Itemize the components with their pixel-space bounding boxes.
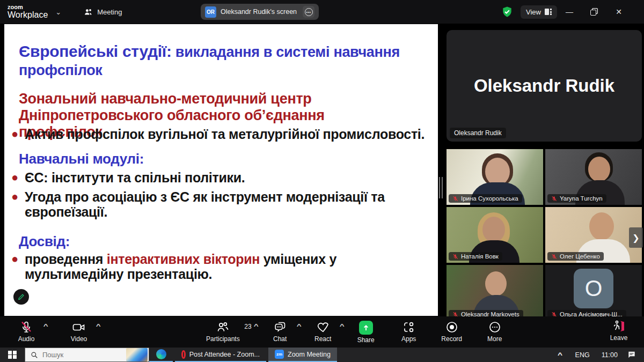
- video-label: Video: [71, 335, 87, 343]
- apps-button[interactable]: Apps: [397, 316, 421, 344]
- zoom-app-icon: zm: [275, 350, 284, 359]
- react-options-caret[interactable]: ^: [340, 323, 345, 329]
- participants-button[interactable]: 23 Participants ^: [206, 316, 250, 344]
- language-indicator[interactable]: ENG: [569, 351, 596, 359]
- next-page-button[interactable]: ❯: [629, 227, 643, 248]
- panel-resize-handle[interactable]: [439, 177, 443, 198]
- apps-label: Apps: [401, 335, 416, 343]
- chevron-down-icon: ⌄: [55, 8, 61, 16]
- share-button[interactable]: Share: [354, 316, 378, 344]
- tray-chevron-up-icon[interactable]: ^: [547, 351, 572, 359]
- search-input[interactable]: [42, 351, 112, 359]
- chat-options-caret[interactable]: ^: [297, 323, 302, 329]
- muted-mic-icon: [452, 254, 458, 260]
- chat-button[interactable]: Chat ^: [268, 316, 292, 344]
- participant-tile[interactable]: Yaryna Turchyn: [545, 149, 642, 205]
- participants-label: Participants: [206, 335, 240, 343]
- apps-icon: [402, 321, 415, 334]
- leave-label: Leave: [610, 334, 628, 342]
- participant-video: [482, 217, 505, 242]
- participant-video: [589, 212, 614, 240]
- windows-taskbar: Post Attendee - Zoom... zm Zoom Meeting …: [0, 348, 644, 362]
- tab-meeting-label: Meeting: [97, 8, 122, 16]
- speaker-display-name: Oleksandr Rudik: [447, 30, 642, 142]
- video-grid: Ірина Сухорольська Yaryna Turchyn Наталі…: [447, 149, 642, 316]
- slide-heading-experience: Досвід:: [19, 233, 70, 250]
- maximize-icon: [590, 10, 596, 16]
- brand-zoom: zoom: [8, 4, 48, 10]
- leave-button[interactable]: Leave: [606, 315, 631, 342]
- more-button[interactable]: More: [482, 316, 507, 344]
- audio-options-caret[interactable]: ^: [43, 323, 48, 329]
- taskbar-edge-button[interactable]: [149, 348, 173, 362]
- heart-icon: [317, 321, 330, 334]
- taskbar-window-opera[interactable]: Post Attendee - Zoom...: [175, 348, 266, 362]
- participant-name-tag: Yaryna Turchyn: [547, 194, 606, 203]
- participant-tile[interactable]: Ірина Сухорольська: [447, 149, 543, 205]
- muted-mic-icon: [551, 254, 557, 260]
- windows-logo-icon: [8, 351, 17, 359]
- maximize-button[interactable]: [582, 0, 606, 24]
- share-label: Share: [357, 336, 375, 344]
- react-label: React: [314, 335, 331, 343]
- tab-meeting[interactable]: Meeting: [84, 8, 122, 17]
- share-pill-more-button[interactable]: •••: [303, 6, 314, 18]
- system-tray: ^ ENG 11:00: [551, 348, 644, 362]
- meeting-stage: Європейські студії: викладання в системі…: [0, 24, 644, 316]
- search-highlight-image[interactable]: [126, 348, 148, 361]
- slide-bullet: ●Актив профспілок вугільної та металургі…: [11, 127, 435, 142]
- speaker-name-tag: Oleksandr Rudik: [450, 128, 506, 138]
- minimize-button[interactable]: —: [557, 0, 582, 24]
- participant-tile[interactable]: Олег Цебенко: [545, 207, 642, 263]
- speaker-tile[interactable]: Oleksandr Rudik Oleksandr Rudik: [447, 30, 642, 142]
- taskbar-search[interactable]: [25, 348, 149, 362]
- participant-avatar: O: [574, 269, 613, 308]
- slide-title: Європейські студії: викладання в системі…: [19, 42, 427, 79]
- ellipsis-icon: •••: [305, 8, 313, 16]
- muted-mic-icon: [551, 196, 557, 202]
- more-label: More: [487, 335, 502, 343]
- participant-name-tag: Oleksandr Markovets: [449, 310, 523, 316]
- audio-label: Audio: [18, 335, 35, 343]
- chevron-right-icon: ❯: [632, 233, 639, 243]
- camera-icon: [72, 321, 86, 334]
- participant-tile[interactable]: Oleksandr Markovets: [447, 265, 543, 316]
- zoom-meeting-window: zoom Workplace ⌄ Meeting OR Oleksandr Ru…: [0, 0, 644, 362]
- video-button[interactable]: Video ^: [67, 316, 91, 343]
- screen-share-pill[interactable]: OR Oleksandr Rudik's screen •••: [201, 4, 319, 20]
- slide-bullet: ●Угода про асоціацію з ЄС як інструмент …: [11, 189, 392, 219]
- view-layout-icon: [545, 9, 552, 15]
- participant-video: [588, 157, 610, 182]
- taskbar-window-title: Zoom Meeting: [288, 351, 331, 358]
- participant-tile[interactable]: Наталія Вовк: [447, 207, 543, 263]
- participant-name-tag: Олег Цебенко: [547, 252, 604, 261]
- record-button[interactable]: Record: [440, 316, 464, 344]
- react-button[interactable]: React ^: [311, 316, 335, 344]
- view-button[interactable]: View: [521, 5, 557, 19]
- annotate-button[interactable]: [13, 289, 29, 305]
- taskbar-window-title: Post Attendee - Zoom...: [189, 351, 260, 358]
- taskbar-window-zoom[interactable]: zm Zoom Meeting: [268, 348, 337, 362]
- zoom-workplace-menu[interactable]: zoom Workplace ⌄: [8, 4, 61, 19]
- slide-bullet: ●ЄС: інститути та спільні політики.: [11, 170, 245, 185]
- muted-mic-icon: [452, 196, 458, 202]
- participant-tile[interactable]: O Ольга Анісімович-Ш...: [545, 265, 642, 316]
- video-options-caret[interactable]: ^: [96, 323, 100, 329]
- close-button[interactable]: ✕: [606, 0, 631, 24]
- action-center-icon[interactable]: [627, 350, 636, 359]
- edge-icon: [156, 349, 166, 359]
- participant-name-tag: Ірина Сухорольська: [449, 194, 522, 203]
- meeting-people-icon: [84, 8, 93, 17]
- clock[interactable]: 11:00: [596, 351, 624, 359]
- start-button[interactable]: [0, 348, 25, 362]
- slide-heading-modules: Навчальні модулі:: [19, 151, 144, 167]
- security-shield-icon[interactable]: [501, 6, 513, 18]
- pencil-icon: [17, 293, 25, 301]
- slide-bullet: ●проведення інтерактивних вікторин уміще…: [11, 252, 360, 282]
- more-icon: [488, 321, 501, 334]
- audio-button[interactable]: Audio ^: [14, 316, 39, 343]
- view-label: View: [526, 8, 541, 16]
- participants-options-caret[interactable]: ^: [254, 323, 259, 329]
- meeting-toolbar: Audio ^ Video ^ 23 Participants ^ Chat ^: [0, 316, 644, 348]
- mic-muted-icon: [20, 321, 33, 334]
